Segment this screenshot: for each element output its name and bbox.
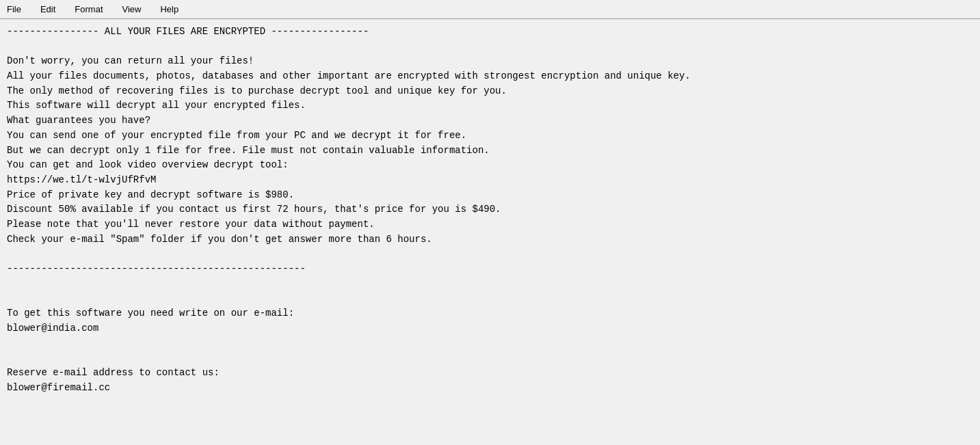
text-line: What guarantees you have? <box>7 113 973 129</box>
text-line: Discount 50% available if you contact us… <box>7 202 973 217</box>
text-line: blower@firemail.cc <box>7 381 973 396</box>
menu-format[interactable]: Format <box>70 3 107 16</box>
text-line: ---------------- ALL YOUR FILES ARE ENCR… <box>7 25 973 40</box>
text-line: Check your e-mail "Spam" folder if you d… <box>7 232 973 247</box>
menu-bar: File Edit Format View Help <box>0 0 980 19</box>
text-line: Please note that you'll never restore yo… <box>7 217 973 232</box>
text-line: You can send one of your encrypted file … <box>7 129 973 144</box>
text-content-area[interactable]: ---------------- ALL YOUR FILES ARE ENCR… <box>0 19 980 445</box>
text-line: ----------------------------------------… <box>7 262 973 277</box>
text-line: You can get and look video overview decr… <box>7 158 973 173</box>
notepad-window: File Edit Format View Help -------------… <box>0 0 980 445</box>
text-line: But we can decrypt only 1 file for free.… <box>7 144 973 159</box>
text-line: Don't worry, you can return all your fil… <box>7 54 973 69</box>
text-line: Price of private key and decrypt softwar… <box>7 188 973 203</box>
text-line <box>7 291 973 306</box>
menu-help[interactable]: Help <box>156 3 183 16</box>
menu-edit[interactable]: Edit <box>36 3 59 16</box>
text-line: The only method of recovering files is t… <box>7 84 973 99</box>
text-line <box>7 40 973 55</box>
text-line: This software will decrypt all your encr… <box>7 98 973 113</box>
text-line: All your files documents, photos, databa… <box>7 69 973 84</box>
text-line <box>7 336 973 351</box>
text-line: blower@india.com <box>7 321 973 336</box>
text-line: To get this software you need write on o… <box>7 306 973 321</box>
text-line <box>7 277 973 292</box>
text-line <box>7 351 973 366</box>
text-line: https://we.tl/t-wlvjUfRfvM <box>7 173 973 188</box>
menu-file[interactable]: File <box>3 3 25 16</box>
text-line <box>7 247 973 262</box>
menu-view[interactable]: View <box>118 3 146 16</box>
text-line: Reserve e-mail address to contact us: <box>7 366 973 381</box>
